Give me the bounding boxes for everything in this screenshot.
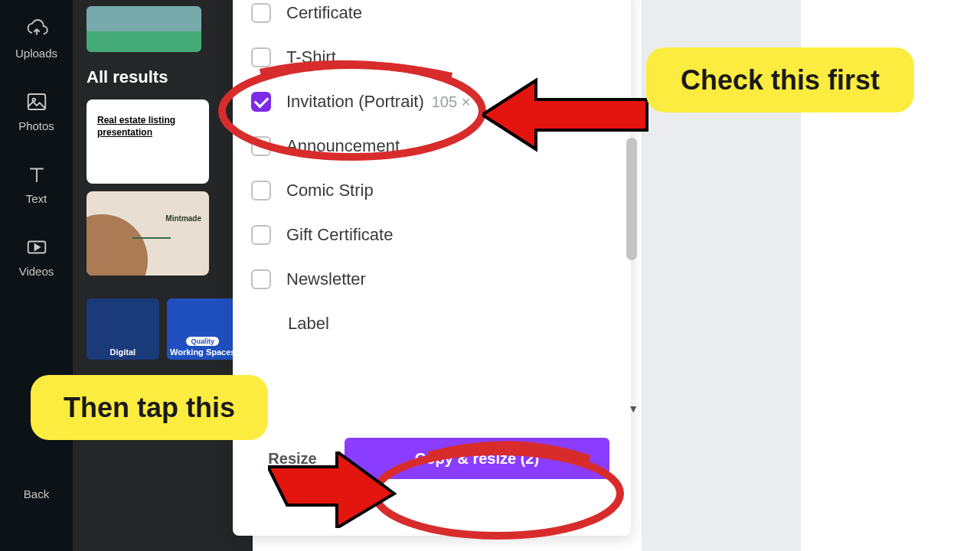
- image-icon: [25, 90, 48, 113]
- left-sidebar: Uploads Photos Text Videos Back: [0, 0, 73, 551]
- annotation-arrow: [482, 77, 651, 153]
- option-label[interactable]: Label: [233, 302, 631, 346]
- checkbox[interactable]: [251, 181, 271, 201]
- option-certificate[interactable]: Certificate: [233, 0, 631, 35]
- svg-point-3: [222, 65, 482, 157]
- template-card[interactable]: Real estate listingpresentation: [87, 99, 209, 184]
- sidebar-item-label: Text: [26, 192, 47, 205]
- sidebar-item-label: Videos: [19, 265, 54, 278]
- svg-marker-6: [268, 452, 394, 528]
- scrollbar[interactable]: [626, 138, 637, 260]
- annotation-circle: [207, 46, 498, 168]
- video-icon: [25, 236, 48, 259]
- option-comic-strip[interactable]: Comic Strip: [233, 168, 631, 213]
- template-card[interactable]: Digital: [87, 298, 159, 360]
- checkbox[interactable]: [251, 3, 271, 23]
- annotation-label: Then tap this: [31, 375, 268, 440]
- svg-rect-0: [28, 94, 45, 109]
- text-icon: [25, 163, 48, 186]
- annotation-label: Check this first: [646, 47, 914, 112]
- scroll-down-icon[interactable]: ▼: [628, 403, 639, 415]
- sidebar-item-back[interactable]: Back: [0, 459, 73, 528]
- sidebar-item-label: Back: [24, 487, 49, 500]
- upload-icon: [25, 18, 48, 41]
- sidebar-item-text[interactable]: Text: [0, 149, 73, 218]
- sidebar-item-label: Photos: [18, 119, 54, 132]
- sidebar-item-label: Uploads: [15, 47, 57, 60]
- sidebar-item-videos[interactable]: Videos: [0, 222, 73, 291]
- template-thumbnail[interactable]: [87, 6, 201, 52]
- annotation-arrow: [268, 452, 398, 528]
- svg-point-5: [375, 452, 620, 536]
- template-card[interactable]: Mintmade: [87, 191, 209, 276]
- sidebar-item-photos[interactable]: Photos: [0, 77, 73, 145]
- svg-marker-4: [482, 80, 647, 149]
- annotation-circle: [360, 436, 635, 551]
- checkbox[interactable]: [251, 269, 271, 289]
- checkbox[interactable]: [251, 225, 271, 245]
- option-gift-certificate[interactable]: Gift Certificate: [233, 213, 631, 257]
- sidebar-item-uploads[interactable]: Uploads: [0, 4, 73, 73]
- template-card[interactable]: QualityWorking Spaces: [167, 298, 240, 360]
- option-newsletter[interactable]: Newsletter: [233, 257, 631, 302]
